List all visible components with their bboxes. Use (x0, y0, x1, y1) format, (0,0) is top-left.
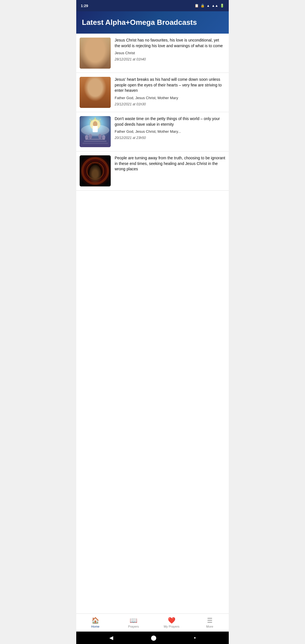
svg-point-21 (92, 84, 94, 86)
broadcast-date: 28/12/2021 at 01h40 (115, 57, 225, 61)
nav-more-label: More (206, 625, 213, 628)
svg-point-38 (102, 135, 105, 140)
broadcast-info: Jesus Christ has no favourites, his love… (115, 38, 225, 61)
home-button[interactable]: ⬤ (146, 634, 161, 642)
svg-point-6 (91, 46, 94, 48)
recents-button[interactable]: ▪ (189, 634, 200, 642)
svg-point-26 (92, 88, 99, 93)
header: Latest Alpha+Omega Broadcasts (76, 11, 229, 34)
svg-point-35 (85, 135, 88, 140)
svg-point-2 (87, 38, 103, 48)
broadcast-title: People are turning away from the truth, … (115, 155, 225, 172)
svg-point-36 (89, 134, 92, 139)
svg-point-3 (85, 45, 90, 59)
broadcast-item[interactable]: People are turning away from the truth, … (76, 151, 229, 191)
svg-rect-15 (88, 94, 103, 108)
broadcast-image (80, 155, 111, 186)
broadcast-list: Jesus Christ has no favourites, his love… (76, 34, 229, 613)
nav-prayers[interactable]: 📖 Prayers (114, 614, 152, 632)
broadcast-author: Jesus Christ (115, 51, 225, 55)
svg-point-17 (88, 77, 102, 86)
wifi-icon: ▲ (206, 4, 210, 8)
more-icon: ☰ (207, 617, 213, 624)
broadcast-item[interactable]: Jesus' heart breaks as his hand will com… (76, 73, 229, 112)
svg-point-16 (88, 78, 102, 94)
broadcast-author: Father God, Jesus Christ, Mother Mary (115, 96, 225, 100)
svg-point-5 (89, 41, 101, 55)
svg-point-50 (87, 162, 104, 179)
svg-point-49 (85, 161, 105, 181)
clipboard-icon: 📋 (195, 4, 199, 8)
nav-home-label: Home (91, 625, 99, 628)
svg-point-25 (90, 89, 100, 96)
svg-rect-12 (84, 59, 106, 69)
broadcast-thumbnail (80, 77, 111, 108)
android-nav-bar: ◀ ⬤ ▪ (76, 632, 229, 644)
svg-point-37 (98, 134, 102, 139)
broadcast-title: Don't waste time on the petty things of … (115, 116, 225, 127)
svg-point-9 (97, 46, 99, 48)
prayers-icon: 📖 (130, 617, 137, 624)
broadcast-title: Jesus' heart breaks as his hand will com… (115, 77, 225, 93)
lock-icon: 🔒 (201, 4, 205, 8)
status-icons: 📋 🔒 ▲ ▲▲ 🔋 (195, 4, 224, 8)
broadcast-image (80, 116, 111, 147)
broadcast-title: Jesus Christ has no favourites, his love… (115, 38, 225, 49)
nav-home[interactable]: 🏠 Home (76, 614, 114, 632)
broadcast-item[interactable]: Don't waste time on the petty things of … (76, 112, 229, 151)
svg-point-19 (99, 83, 104, 96)
broadcast-info: Jesus' heart breaks as his hand will com… (115, 77, 225, 106)
broadcast-date: 20/12/2021 at 23h50 (115, 136, 225, 140)
svg-point-24 (97, 85, 98, 86)
my-prayers-icon: ❤️ (168, 617, 175, 624)
svg-point-8 (92, 46, 93, 48)
bottom-navigation: 🏠 Home 📖 Prayers ❤️ My Prayers ☰ More (76, 613, 229, 632)
svg-point-23 (92, 85, 93, 86)
svg-point-27 (91, 95, 99, 103)
svg-point-4 (100, 45, 106, 59)
broadcast-image (80, 77, 111, 108)
broadcast-thumbnail (80, 38, 111, 69)
nav-prayers-label: Prayers (128, 625, 139, 628)
svg-point-47 (92, 164, 99, 172)
svg-point-1 (87, 38, 103, 56)
broadcast-thumbnail (80, 155, 111, 186)
svg-point-22 (97, 84, 99, 86)
broadcast-author: Father God, Jesus Christ, Mother Mary... (115, 129, 225, 134)
nav-my-prayers-label: My Prayers (164, 625, 180, 628)
svg-rect-41 (82, 143, 108, 144)
broadcast-info: People are turning away from the truth, … (115, 155, 225, 177)
broadcast-info: Don't waste time on the petty things of … (115, 116, 225, 140)
broadcast-item[interactable]: Jesus Christ has no favourites, his love… (76, 34, 229, 73)
battery-icon: 🔋 (220, 4, 224, 8)
svg-rect-34 (93, 126, 98, 132)
home-icon: 🏠 (91, 617, 99, 624)
svg-point-7 (97, 46, 99, 48)
svg-rect-39 (85, 139, 105, 140)
page-title: Latest Alpha+Omega Broadcasts (82, 18, 223, 27)
nav-more[interactable]: ☰ More (191, 614, 229, 632)
status-time: 1:29 (81, 4, 88, 8)
signal-icon: ▲▲ (212, 4, 218, 8)
broadcast-date: 23/12/2021 at 01h30 (115, 102, 225, 106)
broadcast-thumbnail (80, 116, 111, 147)
svg-rect-40 (84, 141, 106, 142)
broadcast-image (80, 38, 111, 69)
svg-point-18 (86, 83, 91, 96)
svg-point-28 (93, 97, 98, 102)
svg-rect-13 (80, 77, 111, 108)
svg-point-29 (99, 94, 103, 100)
status-bar: 1:29 📋 🔒 ▲ ▲▲ 🔋 (76, 0, 229, 11)
svg-point-10 (90, 51, 100, 58)
svg-rect-14 (84, 94, 106, 108)
svg-point-11 (91, 50, 99, 56)
svg-rect-0 (80, 38, 111, 69)
nav-my-prayers[interactable]: ❤️ My Prayers (152, 614, 191, 632)
svg-point-20 (90, 80, 101, 93)
svg-rect-45 (80, 155, 111, 186)
back-button[interactable]: ◀ (105, 634, 118, 642)
